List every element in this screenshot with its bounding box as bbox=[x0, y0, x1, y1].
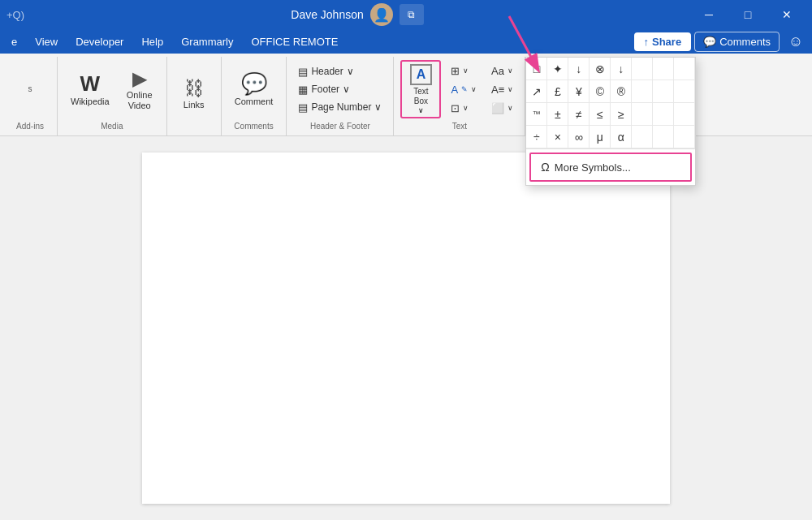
document-page bbox=[142, 153, 670, 504]
footer-button[interactable]: ▦ Footer ∨ bbox=[293, 81, 387, 98]
box-icon: ⬜ bbox=[491, 102, 504, 114]
wikipedia-button[interactable]: W Wikipedia bbox=[64, 68, 116, 110]
ribbon-content: s Add-ins W Wikipedia ▶ OnlineVideo Medi… bbox=[0, 57, 812, 135]
symbol-cell-leq[interactable]: ≤ bbox=[590, 103, 611, 126]
ribbon-group-comments: 💬 Comment Comments bbox=[222, 57, 287, 135]
symbol-dropdown: □ ✦ ↓ ⊗ ↓ ↗ £ ¥ © ® bbox=[525, 57, 696, 186]
more-symbols-label: More Symbols... bbox=[555, 161, 631, 174]
maximize-button[interactable]: □ bbox=[729, 0, 767, 29]
ribbon-group-text: A TextBox ∨ ⊞ ∨ A ✎ ∨ bbox=[394, 57, 525, 135]
text-col2-btn2[interactable]: A≡ ∨ bbox=[486, 81, 518, 98]
symbol-cell-neq[interactable]: ≠ bbox=[568, 103, 590, 126]
symbol-cell-empty4[interactable] bbox=[674, 58, 695, 80]
symbol-cell-empty9[interactable] bbox=[653, 103, 674, 126]
symbol-cell-empty3[interactable] bbox=[653, 58, 674, 80]
comment-button[interactable]: 💬 Comment bbox=[228, 68, 280, 110]
chevron-3: ∨ bbox=[463, 104, 469, 112]
symbol-cell-plusminus[interactable]: ± bbox=[547, 103, 568, 126]
comments-button[interactable]: 💬 Comments bbox=[694, 32, 780, 52]
ribbon-group-header-footer: ▤ Header ∨ ▦ Footer ∨ ▤ Page Number ∨ bbox=[287, 57, 394, 135]
ribbon-group-links: ⛓ Links bbox=[167, 57, 222, 135]
menu-item-office-remote[interactable]: OFFICE REMOTE bbox=[243, 32, 346, 51]
symbol-cell-yen[interactable]: ¥ bbox=[568, 80, 590, 103]
addins-label: Add-ins bbox=[16, 120, 44, 132]
text-a-icon: A bbox=[451, 84, 458, 96]
footer-chevron: ∨ bbox=[343, 84, 350, 95]
smiley-button[interactable]: ☺ bbox=[783, 28, 809, 54]
symbol-cell-inf[interactable]: ∞ bbox=[568, 126, 590, 148]
symbol-cell-mu[interactable]: μ bbox=[590, 126, 611, 148]
symbol-cell-div[interactable]: ÷ bbox=[526, 126, 547, 148]
symbol-cell-down2[interactable]: ↓ bbox=[611, 58, 632, 80]
header-chevron: ∨ bbox=[347, 66, 354, 77]
text-box-button[interactable]: A TextBox ∨ bbox=[400, 60, 441, 118]
online-video-icon: ▶ bbox=[132, 67, 147, 90]
symbol-cell-empty13[interactable] bbox=[674, 126, 695, 148]
links-items: ⛓ Links bbox=[174, 60, 214, 127]
close-button[interactable]: ✕ bbox=[768, 0, 806, 29]
symbol-cell-empty11[interactable] bbox=[632, 126, 653, 148]
more-symbols-button[interactable]: Ω More Symbols... bbox=[529, 153, 692, 182]
links-button[interactable]: ⛓ Links bbox=[174, 74, 214, 114]
avatar: 👤 bbox=[370, 3, 393, 26]
text-box-preview: A bbox=[410, 64, 433, 85]
comments-group-label: Comments bbox=[234, 120, 273, 132]
page-number-button[interactable]: ▤ Page Number ∨ bbox=[293, 99, 387, 116]
text-format-btn1[interactable]: ⊞ ∨ bbox=[446, 62, 482, 80]
comments-items: 💬 Comment bbox=[228, 60, 280, 118]
align-icon: ⊡ bbox=[451, 102, 460, 114]
symbol-cell-empty7[interactable] bbox=[674, 80, 695, 103]
text-col2: Aa ∨ A≡ ∨ ⬜ ∨ bbox=[486, 62, 518, 117]
addins-btn[interactable]: s bbox=[10, 81, 50, 97]
symbol-cell-otimes[interactable]: ⊗ bbox=[590, 58, 611, 80]
symbol-cell-geq[interactable]: ≥ bbox=[611, 103, 632, 126]
symbol-cell-empty10[interactable] bbox=[674, 103, 695, 126]
comments-label: Comments bbox=[719, 36, 771, 48]
symbol-cell-empty12[interactable] bbox=[653, 126, 674, 148]
ribbon-group-addins: s Add-ins bbox=[3, 57, 58, 135]
text-format-col: ⊞ ∨ A ✎ ∨ ⊡ ∨ bbox=[446, 62, 482, 117]
ribbon: s Add-ins W Wikipedia ▶ OnlineVideo Medi… bbox=[0, 54, 812, 136]
symbol-cell-empty2[interactable] bbox=[632, 58, 653, 80]
share-button[interactable]: ↑ Share bbox=[634, 32, 692, 51]
menu-item-e[interactable]: e bbox=[3, 32, 25, 51]
page-number-icon: ▤ bbox=[298, 101, 308, 114]
symbol-cell-reg[interactable]: ® bbox=[611, 80, 632, 103]
links-icon: ⛓ bbox=[184, 77, 204, 100]
symbol-cell-tm[interactable]: ™ bbox=[526, 103, 547, 126]
text-align-icon: A≡ bbox=[491, 84, 504, 96]
header-footer-items: ▤ Header ∨ ▦ Footer ∨ ▤ Page Number ∨ bbox=[293, 60, 387, 118]
symbol-cell-empty6[interactable] bbox=[653, 80, 674, 103]
comments-icon: 💬 bbox=[703, 36, 716, 48]
symbol-cell-down[interactable]: ↓ bbox=[568, 58, 590, 80]
text-col2-btn1[interactable]: Aa ∨ bbox=[486, 62, 518, 80]
text-decor: ✎ bbox=[461, 85, 468, 93]
text-format-btn2[interactable]: A ✎ ∨ bbox=[446, 81, 482, 98]
symbol-cell-pound[interactable]: £ bbox=[547, 80, 568, 103]
comment-icon: 💬 bbox=[241, 71, 267, 97]
text-box-a-icon: A bbox=[417, 67, 426, 81]
menu-item-developer[interactable]: Developer bbox=[67, 32, 132, 51]
symbol-cell-up[interactable]: ↗ bbox=[526, 80, 547, 103]
header-button[interactable]: ▤ Header ∨ bbox=[293, 63, 387, 80]
chevron-2: ∨ bbox=[471, 85, 477, 93]
symbol-cell-empty8[interactable] bbox=[632, 103, 653, 126]
symbol-cell-empty[interactable]: □ bbox=[526, 58, 547, 80]
text-box-chevron: ∨ bbox=[418, 106, 424, 114]
symbol-cell-star[interactable]: ✦ bbox=[547, 58, 568, 80]
symbol-cell-empty5[interactable] bbox=[632, 80, 653, 103]
page-number-chevron: ∨ bbox=[374, 101, 382, 113]
symbol-cell-times[interactable]: × bbox=[547, 126, 568, 148]
text-format-btn3[interactable]: ⊡ ∨ bbox=[446, 100, 482, 117]
menu-item-grammarly[interactable]: Grammarly bbox=[173, 32, 241, 51]
menu-item-view[interactable]: View bbox=[27, 32, 66, 51]
hf-buttons: ▤ Header ∨ ▦ Footer ∨ ▤ Page Number ∨ bbox=[293, 62, 387, 118]
restore-window-icon[interactable]: ⧉ bbox=[400, 4, 424, 25]
online-video-button[interactable]: ▶ OnlineVideo bbox=[119, 64, 160, 114]
symbol-cell-alpha[interactable]: α bbox=[611, 126, 632, 148]
menu-item-help[interactable]: Help bbox=[133, 32, 171, 51]
text-col2-btn3[interactable]: ⬜ ∨ bbox=[486, 100, 518, 117]
header-icon: ▤ bbox=[298, 66, 308, 78]
symbol-cell-copy[interactable]: © bbox=[590, 80, 611, 103]
minimize-button[interactable]: ─ bbox=[690, 0, 728, 29]
